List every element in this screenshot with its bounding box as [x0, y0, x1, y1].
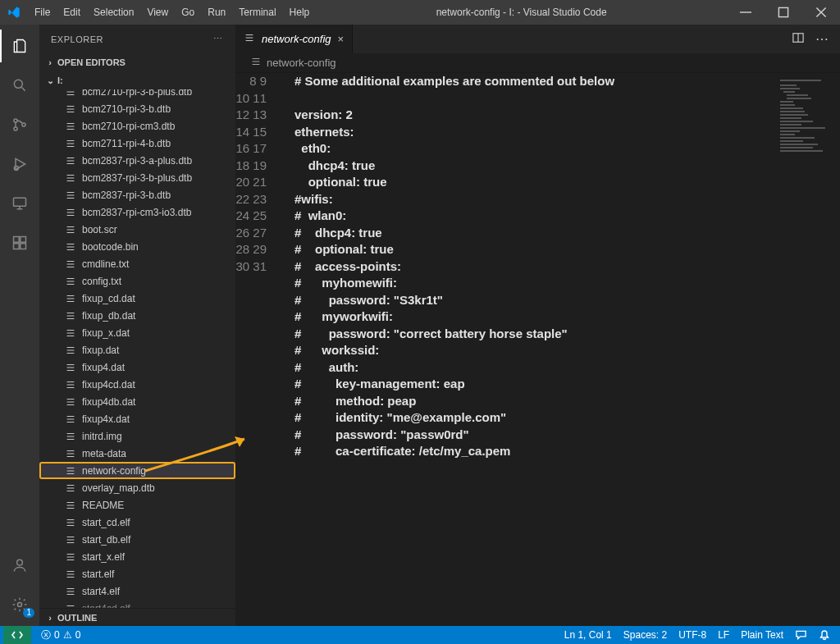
file-icon [64, 465, 77, 477]
file-item[interactable]: fixup4db.dat [39, 393, 235, 410]
file-item[interactable]: bcm2837-rpi-3-b-plus.dtb [39, 169, 235, 186]
file-label: fixup.dat [82, 345, 119, 356]
error-count: 0 [54, 629, 60, 641]
file-item[interactable]: fixup4cd.dat [39, 376, 235, 393]
file-item[interactable]: network-config [39, 462, 235, 479]
maximize-button[interactable] [765, 0, 802, 25]
accounts-icon[interactable] [0, 549, 39, 582]
extensions-icon[interactable] [0, 226, 39, 259]
file-item[interactable]: README [39, 496, 235, 514]
file-icon [64, 258, 77, 270]
file-item[interactable]: bcm2837-rpi-3-b.dtb [39, 186, 235, 203]
file-item[interactable]: fixup4x.dat [39, 410, 235, 427]
menu-terminal[interactable]: Terminal [232, 0, 282, 25]
remote-indicator[interactable] [3, 626, 31, 644]
svg-rect-0 [778, 7, 788, 16]
close-button[interactable] [802, 0, 840, 25]
eol[interactable]: LF [718, 629, 729, 641]
notifications-icon[interactable] [819, 629, 830, 641]
minimap[interactable] [774, 73, 840, 626]
file-item[interactable]: fixup_db.dat [39, 307, 235, 324]
more-actions-icon[interactable]: ⋯ [815, 31, 829, 47]
remote-explorer-icon[interactable] [0, 187, 39, 220]
menu-go[interactable]: Go [175, 0, 201, 25]
svg-rect-22 [780, 107, 803, 109]
settings-gear-icon[interactable]: 1 [0, 588, 39, 621]
file-item[interactable]: fixup.dat [39, 341, 235, 359]
vscode-logo [0, 6, 28, 19]
file-item[interactable]: fixup4.dat [39, 359, 235, 376]
menu-file[interactable]: File [28, 0, 57, 25]
file-item[interactable]: start_db.elf [39, 531, 235, 548]
file-item[interactable]: bcm2837-rpi-3-a-plus.dtb [39, 152, 235, 169]
warning-count: 0 [75, 629, 81, 641]
breadcrumb[interactable]: network-config [235, 53, 840, 73]
svg-rect-31 [780, 137, 815, 139]
language-mode[interactable]: Plain Text [741, 629, 783, 641]
file-label: meta-data [82, 448, 126, 459]
chevron-right-icon: › [44, 613, 56, 623]
file-item[interactable]: cmdline.txt [39, 255, 235, 272]
svg-rect-24 [780, 114, 808, 116]
file-item[interactable]: start.elf [39, 565, 235, 582]
file-item[interactable]: start_x.elf [39, 548, 235, 565]
file-item[interactable]: start4cd.elf [39, 600, 235, 608]
file-label: fixup4x.dat [82, 413, 130, 425]
feedback-icon[interactable] [795, 629, 807, 641]
folder-root-label: I: [57, 75, 63, 85]
file-item[interactable]: meta-data [39, 445, 235, 462]
file-item[interactable]: bcm2710-rpi-3-b-plus.dtb [39, 89, 235, 100]
file-item[interactable]: bcm2711-rpi-4-b.dtb [39, 135, 235, 152]
file-item[interactable]: bcm2837-rpi-cm3-io3.dtb [39, 203, 235, 221]
outline-section[interactable]: › OUTLINE [39, 608, 235, 626]
tab-network-config[interactable]: network-config × [235, 25, 353, 53]
file-item[interactable]: bootcode.bin [39, 238, 235, 255]
file-item[interactable]: boot.scr [39, 221, 235, 238]
close-icon[interactable]: × [338, 33, 345, 45]
file-icon [64, 172, 77, 184]
explorer-icon[interactable] [0, 30, 39, 62]
text-editor[interactable]: 8 9 10 11 12 13 14 15 16 17 18 19 20 21 … [235, 73, 774, 626]
title-bar: FileEditSelectionViewGoRunTerminalHelp n… [0, 0, 840, 25]
file-label: fixup_db.dat [82, 310, 135, 322]
file-item[interactable]: fixup_cd.dat [39, 290, 235, 307]
code-content[interactable]: # Some additional examples are commented… [275, 73, 774, 626]
svg-rect-27 [780, 124, 801, 126]
svg-rect-20 [780, 101, 793, 103]
file-item[interactable]: start4.elf [39, 582, 235, 600]
minimize-button[interactable] [727, 0, 765, 25]
svg-rect-34 [780, 147, 813, 148]
source-control-icon[interactable] [0, 108, 39, 141]
file-icon [64, 241, 77, 253]
indentation[interactable]: Spaces: 2 [623, 629, 667, 641]
chevron-right-icon: › [44, 57, 56, 67]
outline-label: OUTLINE [57, 613, 97, 623]
encoding[interactable]: UTF-8 [678, 629, 706, 641]
explorer-more-icon[interactable]: ⋯ [213, 34, 224, 44]
split-editor-icon[interactable] [792, 32, 804, 47]
problems-indicator[interactable]: ⓧ0 ⚠0 [41, 628, 80, 642]
file-item[interactable]: start_cd.elf [39, 514, 235, 531]
svg-rect-26 [780, 121, 813, 122]
file-item[interactable]: bcm2710-rpi-cm3.dtb [39, 117, 235, 135]
open-editors-section[interactable]: › OPEN EDITORS [39, 53, 235, 71]
search-icon[interactable] [0, 69, 39, 102]
file-item[interactable]: initrd.img [39, 427, 235, 445]
file-tree[interactable]: bcm2710-rpi-3-b-plus.dtbbcm2710-rpi-3-b.… [39, 89, 235, 608]
folder-root-section[interactable]: ⌄ I: [39, 71, 235, 89]
settings-badge: 1 [23, 608, 34, 618]
run-debug-icon[interactable] [0, 148, 39, 180]
menu-selection[interactable]: Selection [87, 0, 140, 25]
file-label: bcm2710-rpi-3-b-plus.dtb [82, 89, 192, 98]
file-item[interactable]: config.txt [39, 272, 235, 290]
file-item[interactable]: fixup_x.dat [39, 324, 235, 341]
cursor-position[interactable]: Ln 1, Col 1 [564, 629, 612, 641]
file-icon [64, 569, 77, 580]
menu-help[interactable]: Help [283, 0, 317, 25]
menu-run[interactable]: Run [201, 0, 232, 25]
file-item[interactable]: bcm2710-rpi-3-b.dtb [39, 100, 235, 117]
menu-edit[interactable]: Edit [57, 0, 87, 25]
file-item[interactable]: overlay_map.dtb [39, 479, 235, 496]
svg-rect-8 [21, 237, 26, 243]
menu-view[interactable]: View [140, 0, 175, 25]
